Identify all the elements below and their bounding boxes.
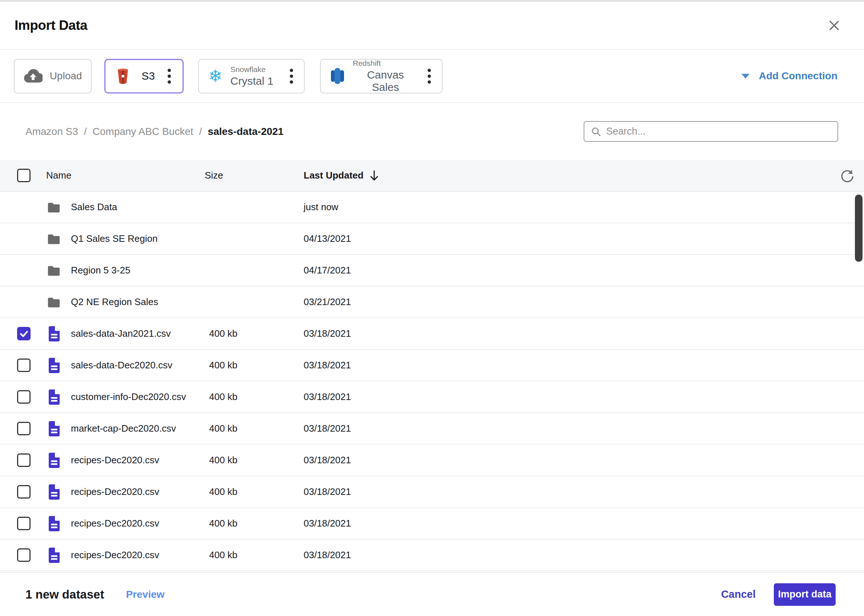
- redshift-connection-button[interactable]: Redshift Canvas Sales: [320, 59, 443, 93]
- folder-icon: [47, 201, 60, 213]
- breadcrumb: Amazon S3 / Company ABC Bucket / sales-d…: [25, 126, 284, 137]
- row-name: Sales Data: [71, 201, 209, 213]
- preview-link[interactable]: Preview: [126, 589, 164, 600]
- snowflake-connection-button[interactable]: ❄ Snowflake Crystal 1: [198, 59, 305, 93]
- folder-icon: [47, 296, 60, 308]
- table-row[interactable]: sales-data-Jan2021.csv 400 kb 03/18/2021: [0, 318, 864, 350]
- row-name: recipes-Dec2020.csv: [71, 518, 209, 529]
- add-connection-label: Add Connection: [759, 70, 837, 82]
- breadcrumb-separator: /: [84, 126, 87, 137]
- row-name: recipes-Dec2020.csv: [71, 550, 209, 561]
- row-name: recipes-Dec2020.csv: [71, 454, 209, 466]
- row-size: 400 kb: [209, 423, 304, 434]
- csv-file-icon: [47, 357, 60, 374]
- row-size: 400 kb: [209, 328, 304, 339]
- breadcrumb-item-current: sales-data-2021: [207, 126, 284, 137]
- row-name: Region 5 3-25: [71, 265, 209, 276]
- connection-name-label: Crystal 1: [231, 75, 273, 87]
- row-last-updated: 03/18/2021: [304, 328, 864, 339]
- table-row[interactable]: customer-info-Dec2020.csv 400 kb 03/18/2…: [0, 382, 864, 413]
- folder-icon: [47, 233, 60, 245]
- import-data-modal: Import Data Upload S3 ❄: [0, 0, 864, 616]
- snowflake-icon: ❄: [208, 68, 223, 84]
- row-last-updated: 03/18/2021: [304, 486, 864, 497]
- row-name: market-cap-Dec2020.csv: [71, 423, 209, 434]
- csv-file-icon: [47, 421, 60, 437]
- row-checkbox[interactable]: [17, 327, 31, 340]
- row-size: 400 kb: [209, 486, 304, 497]
- row-last-updated: 03/18/2021: [304, 391, 864, 402]
- csv-file-icon: [47, 515, 60, 532]
- add-connection-button[interactable]: Add Connection: [741, 70, 837, 82]
- table-row[interactable]: Region 5 3-25 04/17/2021: [0, 255, 864, 286]
- scrollbar[interactable]: [855, 195, 862, 262]
- row-checkbox[interactable]: [17, 422, 31, 435]
- select-all-checkbox[interactable]: [17, 169, 31, 182]
- snowflake-menu-icon[interactable]: [288, 67, 295, 85]
- upload-label: Upload: [50, 70, 82, 82]
- close-button[interactable]: [826, 17, 842, 33]
- folder-icon: [47, 265, 60, 277]
- breadcrumb-item-bucket[interactable]: Company ABC Bucket: [93, 126, 193, 137]
- table-row[interactable]: market-cap-Dec2020.csv 400 kb 03/18/2021: [0, 413, 864, 445]
- row-name: sales-data-Jan2021.csv: [71, 328, 209, 339]
- row-last-updated: 04/17/2021: [304, 265, 864, 276]
- column-header-last-updated[interactable]: Last Updated: [304, 170, 379, 181]
- row-size: 400 kb: [209, 454, 304, 466]
- connection-name-label: Canvas Sales: [353, 69, 418, 93]
- refresh-button[interactable]: [840, 169, 855, 183]
- csv-file-icon: [47, 389, 60, 405]
- redshift-menu-icon[interactable]: [426, 67, 432, 85]
- breadcrumb-item-root[interactable]: Amazon S3: [25, 126, 78, 137]
- dataset-summary: 1 new dataset: [25, 588, 104, 602]
- s3-icon: [116, 67, 130, 85]
- import-data-button[interactable]: Import data: [774, 583, 836, 606]
- csv-file-icon: [47, 326, 60, 342]
- table-row[interactable]: recipes-Dec2020.csv 400 kb 03/18/2021: [0, 540, 864, 571]
- search-input[interactable]: [606, 126, 831, 137]
- s3-connection-button[interactable]: S3: [104, 59, 184, 93]
- row-checkbox[interactable]: [17, 358, 31, 372]
- table-row[interactable]: recipes-Dec2020.csv 400 kb 03/18/2021: [0, 508, 864, 540]
- row-checkbox[interactable]: [17, 390, 31, 404]
- title-bar: Import Data: [0, 2, 864, 50]
- upload-button[interactable]: Upload: [14, 59, 92, 93]
- row-checkbox[interactable]: [17, 517, 31, 530]
- connections-row: Upload S3 ❄ Snowflake Crystal 1: [0, 50, 864, 103]
- footer: 1 new dataset Preview Cancel Import data: [0, 572, 864, 616]
- search-box[interactable]: [584, 121, 838, 142]
- row-name: Q2 NE Region Sales: [71, 296, 209, 308]
- row-last-updated: 03/18/2021: [304, 454, 864, 466]
- row-name: Q1 Sales SE Region: [71, 233, 209, 244]
- table-row[interactable]: recipes-Dec2020.csv 400 kb 03/18/2021: [0, 476, 864, 508]
- sort-descending-icon: [369, 170, 379, 181]
- row-name: customer-info-Dec2020.csv: [71, 391, 209, 402]
- csv-file-icon: [47, 484, 60, 500]
- row-checkbox[interactable]: [17, 548, 31, 562]
- column-header-size[interactable]: Size: [205, 170, 304, 181]
- cancel-button[interactable]: Cancel: [721, 588, 756, 600]
- toolbar-row: Amazon S3 / Company ABC Bucket / sales-d…: [0, 103, 864, 160]
- table-header: Name Size Last Updated: [0, 160, 864, 192]
- search-icon: [591, 127, 601, 137]
- row-last-updated: 03/18/2021: [304, 518, 864, 529]
- row-last-updated: just now: [304, 201, 864, 213]
- row-checkbox[interactable]: [17, 453, 31, 467]
- row-size: 400 kb: [209, 518, 304, 529]
- row-name: recipes-Dec2020.csv: [71, 486, 209, 497]
- row-last-updated: 03/18/2021: [304, 550, 864, 561]
- column-header-name[interactable]: Name: [46, 170, 205, 181]
- s3-menu-icon[interactable]: [166, 67, 172, 85]
- table-row[interactable]: Q1 Sales SE Region 04/13/2021: [0, 223, 864, 255]
- row-size: 400 kb: [209, 360, 304, 371]
- table-row[interactable]: Q2 NE Region Sales 03/21/2021: [0, 286, 864, 318]
- table-row[interactable]: Sales Data just now: [0, 192, 864, 223]
- row-name: sales-data-Dec2020.csv: [71, 360, 209, 371]
- csv-file-icon: [47, 547, 60, 563]
- row-size: 400 kb: [209, 550, 304, 561]
- row-checkbox[interactable]: [17, 485, 31, 498]
- table-row[interactable]: sales-data-Dec2020.csv 400 kb 03/18/2021: [0, 350, 864, 382]
- connection-type-label: Snowflake: [231, 65, 266, 74]
- table-row[interactable]: recipes-Dec2020.csv 400 kb 03/18/2021: [0, 445, 864, 476]
- row-last-updated: 03/21/2021: [304, 296, 864, 308]
